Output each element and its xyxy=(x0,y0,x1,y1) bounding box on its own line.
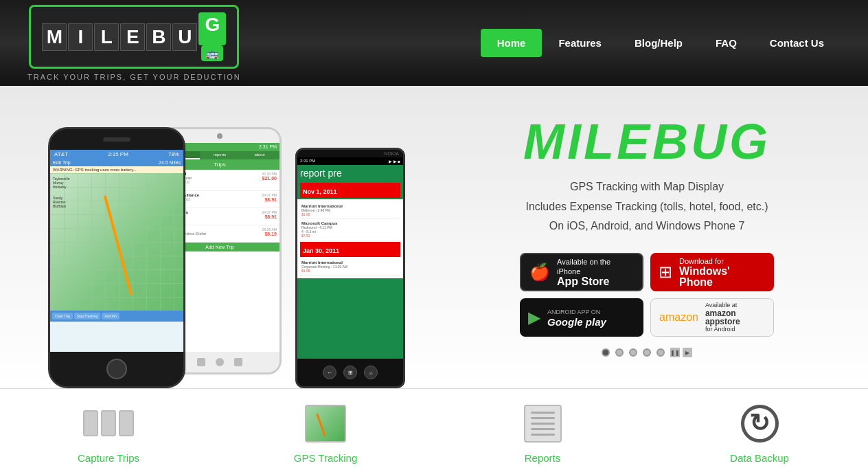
header: M I L E B U G 🚌 TRACK YOUR TRIPS, GET YO… xyxy=(0,0,868,86)
gps-tracking-icon xyxy=(305,405,346,443)
logo-u: U xyxy=(172,23,197,51)
report-line-1 xyxy=(531,412,555,414)
wp-red-header: Nov 1, 2011 xyxy=(300,183,400,198)
iphone-status-bar: AT&T 2:15 PM 78% xyxy=(50,150,183,159)
capture-rect-1 xyxy=(83,410,98,436)
battery-label: 78% xyxy=(168,151,179,157)
wp-app-title: report pre xyxy=(297,165,403,181)
tagline: TRACK YOUR TRIPS, GET YOUR DEDUCTION xyxy=(27,73,241,81)
dot-3[interactable] xyxy=(629,348,637,357)
amazon-button[interactable]: amazon Available at amazon appstore for … xyxy=(650,298,774,337)
googleplay-button[interactable]: ▶ ANDROID APP ON Google play xyxy=(520,298,643,337)
nokia-back-btn[interactable]: ← xyxy=(323,366,336,379)
nav-blog-help[interactable]: Blog/Help xyxy=(618,29,699,57)
feature-reports: Reports xyxy=(434,403,651,464)
wp-content: Marriott International Bellevue - 2:48 P… xyxy=(297,199,403,278)
feature-gps-tracking: GPS Tracking xyxy=(217,403,434,464)
logo-m: M xyxy=(42,23,67,51)
nokia-device: NOKIA 2:31 PM ▶ ▶ ■ report pre Nov 1, 20… xyxy=(295,148,405,388)
store-buttons: 🍎 Available on the iPhone App Store ⊞ Do… xyxy=(520,253,774,337)
capture-trips-icon xyxy=(83,410,134,436)
samsung-back-btn[interactable] xyxy=(197,358,205,366)
logo-bus-icon: 🚌 xyxy=(201,45,223,61)
capture-rect-2 xyxy=(101,410,116,436)
carousel-controls: ❚❚ ▶ xyxy=(670,348,692,357)
apple-icon: 🍎 xyxy=(529,262,550,282)
amazon-icon: amazon xyxy=(659,311,698,324)
wp-row-2: Microsoft Campus Redmond - 4:11 PM 4 - 8… xyxy=(300,219,400,240)
trip-action-buttons: Clear Trip Stop Tracking Add Pin xyxy=(50,311,183,322)
trip3-amount: $8.91 xyxy=(262,214,277,219)
main-content: AT&T 2:15 PM 78% Edit Trip 24.5 Miles WA… xyxy=(0,86,868,388)
play-button[interactable]: ▶ xyxy=(683,348,692,357)
logo-b: B xyxy=(146,23,171,51)
data-backup-label: Data Backup xyxy=(730,452,789,464)
trip4-amount: $6.19 xyxy=(262,232,277,236)
windows-icon: ⊞ xyxy=(659,262,672,282)
data-backup-icon-area xyxy=(732,403,787,444)
hero-right-panel: MILEBUG GPS Tracking with Map Display In… xyxy=(426,86,868,388)
iphone-speaker xyxy=(103,137,130,142)
clear-trip-btn[interactable]: Clear Trip xyxy=(52,313,73,320)
logo-letters: M I L E B U xyxy=(42,23,197,51)
iphone-screen: AT&T 2:15 PM 78% Edit Trip 24.5 Miles WA… xyxy=(50,150,183,352)
desc-line3: On iOS, Android, and Windows Phone 7 xyxy=(525,216,768,236)
nokia-search-btn[interactable]: ⌕ xyxy=(364,366,378,379)
reports-label: Reports xyxy=(525,452,561,464)
wp-time: 2:31 PM xyxy=(300,159,315,164)
carrier-label: AT&T xyxy=(54,151,68,157)
logo-e: E xyxy=(120,23,145,51)
logo-area: M I L E B U G 🚌 TRACK YOUR TRIPS, GET YO… xyxy=(27,5,241,81)
brand-title: MILEBUG xyxy=(523,117,770,166)
report-line-2 xyxy=(531,417,555,419)
appstore-line1: Available on the iPhone xyxy=(557,257,634,277)
pause-button[interactable]: ❚❚ xyxy=(670,348,680,357)
capture-rect-3 xyxy=(119,410,134,436)
stop-tracking-btn[interactable]: Stop Tracking xyxy=(74,313,101,320)
dot-1[interactable] xyxy=(602,348,610,357)
gps-tracking-icon-area xyxy=(298,403,353,444)
capture-trips-label: Capture Trips xyxy=(78,452,139,464)
front-camera xyxy=(217,133,222,139)
home-button[interactable] xyxy=(106,359,127,379)
nav-features[interactable]: Features xyxy=(542,29,618,57)
brand-description: GPS Tracking with Map Display Includes E… xyxy=(525,177,768,236)
wp-icons: ▶ ▶ ■ xyxy=(389,159,400,164)
miles-label: 24.5 Miles xyxy=(159,160,181,165)
trip-header-bar: Edit Trip 24.5 Miles xyxy=(50,159,183,166)
reports-tab[interactable]: reports xyxy=(200,151,240,159)
iphone-top xyxy=(50,129,183,150)
edit-trip-label: Edit Trip xyxy=(53,160,71,165)
amazon-line3: for Android xyxy=(705,326,765,334)
googleplay-line1: ANDROID APP ON xyxy=(547,309,606,317)
report-line-5 xyxy=(531,434,555,436)
dot-4[interactable] xyxy=(643,348,651,357)
nav-home[interactable]: Home xyxy=(481,29,542,57)
appstore-button[interactable]: 🍎 Available on the iPhone App Store xyxy=(520,253,643,291)
warning-text: WARNING: GPS tracking uses more battery.… xyxy=(53,168,137,172)
report-line-4 xyxy=(531,428,555,430)
trip1-amount: $21.00 xyxy=(262,176,277,181)
winphone-button[interactable]: ⊞ Download for Windows' Phone xyxy=(650,253,774,291)
about-tab[interactable]: about xyxy=(240,151,279,159)
nokia-home-btn[interactable]: ⊞ xyxy=(343,366,357,379)
phone-group: AT&T 2:15 PM 78% Edit Trip 24.5 Miles WA… xyxy=(48,113,405,388)
winphone-line1: Download for xyxy=(679,256,766,266)
nav-faq[interactable]: FAQ xyxy=(699,29,753,57)
features-bar: Capture Trips GPS Tracking Reports Data … xyxy=(0,388,868,470)
wp-row-1: Marriott International Bellevue - 2:48 P… xyxy=(300,202,400,219)
amazon-line2: amazon appstore xyxy=(705,309,765,326)
reports-icon xyxy=(524,405,562,443)
samsung-menu-btn[interactable] xyxy=(234,358,242,366)
play-icon: ▶ xyxy=(528,308,540,327)
samsung-home-btn[interactable] xyxy=(216,358,224,366)
dot-5[interactable] xyxy=(656,348,665,357)
logo-i: I xyxy=(68,23,93,51)
logo-box: M I L E B U G 🚌 xyxy=(29,5,239,69)
logo-g: G xyxy=(198,12,226,45)
dot-2[interactable] xyxy=(615,348,624,357)
add-pin-btn[interactable]: Add Pin xyxy=(102,313,119,320)
wp-date-divider: Jan 30, 2011 xyxy=(300,242,400,257)
desc-line2: Includes Expense Tracking (tolls, hotel,… xyxy=(525,197,768,217)
nav-contact-us[interactable]: Contact Us xyxy=(753,29,841,57)
